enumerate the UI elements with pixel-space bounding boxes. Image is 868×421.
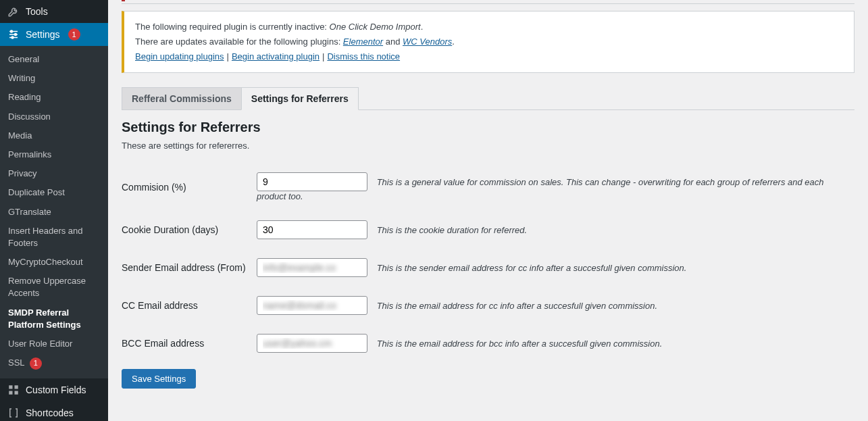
svg-rect-6	[9, 385, 12, 389]
sidebar-subitem[interactable]: Insert Headers and Footers	[0, 222, 108, 253]
svg-rect-7	[15, 385, 18, 389]
tab-bar: Refferal Commissions Settings for Referr…	[122, 86, 854, 110]
plugin-name: One Click Demo Import	[330, 22, 421, 32]
sidebar-subitem[interactable]: Media	[0, 126, 108, 145]
wrench-icon	[7, 5, 20, 18]
settings-form: Commision (%) This is a general value fo…	[122, 163, 854, 362]
settings-submenu: GeneralWritingReadingDiscussionMediaPerm…	[0, 46, 108, 378]
sidebar-subitem[interactable]: Remove Uppercase Accents	[0, 272, 108, 303]
cookie-duration-input[interactable]	[257, 220, 367, 239]
svg-point-3	[11, 30, 13, 32]
brackets-icon	[7, 407, 20, 419]
sidebar-subitem[interactable]: GTranslate	[0, 203, 108, 222]
sidebar-item-label: Custom Fields	[26, 385, 86, 395]
grid-icon	[7, 384, 20, 396]
link-wc-vendors[interactable]: WC Vendors	[403, 36, 452, 47]
sender-email-input[interactable]	[257, 258, 367, 277]
field-description: This is the email address for bcc info a…	[377, 339, 663, 349]
sidebar-subitem[interactable]: Privacy	[0, 164, 108, 183]
main-content: The following required plugin is current…	[108, 0, 868, 421]
link-dismiss-notice[interactable]: Dismiss this notice	[327, 51, 400, 61]
sidebar-subitem[interactable]: Writing	[0, 69, 108, 88]
sliders-icon	[7, 28, 20, 41]
save-settings-button[interactable]: Save Settings	[122, 369, 196, 389]
bcc-email-input[interactable]	[257, 334, 367, 353]
field-label: CC Email address	[122, 287, 257, 324]
sidebar-item-label: Shortcodes	[26, 407, 74, 418]
page-description: These are settings for refererres.	[122, 141, 854, 151]
sidebar-item-label: Settings	[26, 29, 60, 40]
commission-input[interactable]	[257, 172, 367, 191]
sidebar-subitem[interactable]: MyCryptoCheckout	[0, 253, 108, 272]
tab-settings-referrers[interactable]: Settings for Referrers	[241, 87, 359, 110]
sidebar-item-label: Tools	[26, 6, 48, 17]
field-label: Sender Email address (From)	[122, 249, 257, 287]
sidebar-item-tools[interactable]: Tools	[0, 0, 108, 23]
notice-text: There are updates available for the foll…	[135, 36, 343, 47]
svg-point-4	[15, 34, 17, 36]
sidebar-subitem[interactable]: SSL 1	[0, 353, 108, 373]
separator: |	[320, 51, 327, 61]
sidebar-subitem[interactable]: Duplicate Post	[0, 183, 108, 202]
svg-point-5	[11, 36, 14, 39]
plugin-link-text: WC Vendors	[403, 36, 452, 47]
sidebar-subitem[interactable]: Discussion	[0, 107, 108, 126]
field-description: This is the email address for cc info af…	[377, 301, 657, 311]
svg-rect-8	[9, 391, 12, 394]
notice-text: .	[452, 36, 455, 47]
sidebar-item-custom-fields[interactable]: Custom Fields	[0, 378, 108, 401]
admin-notice: The following required plugin is current…	[122, 11, 854, 73]
separator: |	[224, 51, 232, 61]
sidebar-subitem[interactable]: User Role Editor	[0, 335, 108, 353]
page-title: Settings for Referrers	[122, 120, 854, 135]
badge-count: 1	[30, 357, 42, 370]
link-begin-updating[interactable]: Begin updating plugins	[135, 51, 224, 61]
field-label: BCC Email address	[122, 324, 257, 362]
plugin-link-text: Elementor	[343, 36, 383, 47]
notice-text: The following required plugin is current…	[135, 22, 330, 32]
sidebar-subitem[interactable]: Permalinks	[0, 145, 108, 164]
link-elementor[interactable]: Elementor	[343, 36, 383, 47]
cc-email-input[interactable]	[257, 296, 367, 315]
tab-referral-commissions[interactable]: Refferal Commissions	[122, 87, 242, 110]
notice-text: and	[383, 36, 403, 47]
sidebar-item-settings[interactable]: Settings 1	[0, 23, 108, 46]
sidebar-subitem[interactable]: General	[0, 50, 108, 69]
svg-rect-9	[15, 391, 18, 394]
sidebar-subitem[interactable]: SMDP Referral Platform Settings	[0, 303, 108, 335]
admin-sidebar: Tools Settings 1 GeneralWritingReadingDi…	[0, 0, 108, 421]
field-description: This is the cookie duration for referred…	[377, 225, 528, 235]
top-strip	[122, 0, 854, 4]
badge-count: 1	[68, 28, 80, 41]
notice-text: .	[421, 22, 424, 32]
sidebar-subitem[interactable]: Reading	[0, 88, 108, 107]
link-begin-activating[interactable]: Begin activating plugin	[232, 51, 320, 61]
field-label: Commision (%)	[122, 163, 257, 211]
sidebar-item-shortcodes[interactable]: Shortcodes	[0, 401, 108, 421]
field-label: Cookie Duration (days)	[122, 211, 257, 249]
field-description: This is the sender email address for cc …	[377, 263, 687, 273]
